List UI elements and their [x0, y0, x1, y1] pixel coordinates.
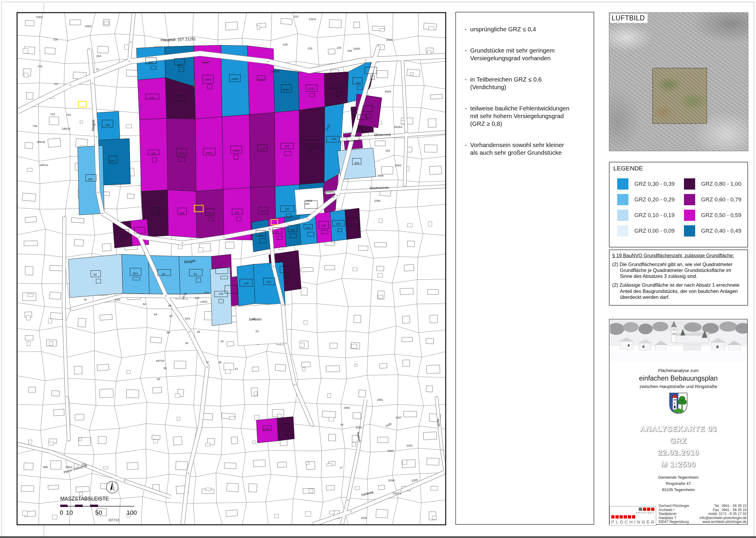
building-footprint [99, 389, 113, 398]
mesh-parcel [421, 61, 446, 89]
building-footprint [358, 246, 368, 251]
survey-point [347, 499, 349, 501]
parcel-number: 2394 [374, 199, 380, 202]
building-footprint [275, 364, 286, 371]
scale-bar-tick-label: 0 [60, 509, 63, 516]
parcel-number: 19 [340, 423, 344, 426]
mesh-parcel [17, 329, 42, 352]
parcel-number: 209/2 [257, 78, 265, 81]
building-footprint [97, 364, 109, 371]
legend-label: GRZ 0,30 - 0,39 [634, 181, 675, 187]
parcel-number: 78 [83, 298, 87, 301]
parcel-number: 159 [354, 161, 359, 164]
building-footprint [224, 363, 234, 370]
building-footprint [50, 312, 63, 320]
survey-point [124, 480, 125, 482]
legend-item: GRZ 0,40 - 0,49 [684, 225, 741, 237]
mesh-parcel [165, 13, 193, 40]
parcel-number: 182 [331, 137, 336, 140]
parcel-number: 146/3 [200, 300, 207, 303]
parcel-number: 2429 [355, 426, 362, 429]
building-footprint [127, 194, 135, 199]
analysis-bullet-list: -ursprüngliche GRZ ≤ 0,4-Grundstücke mit… [465, 26, 586, 156]
parcel-number: 185 [180, 211, 184, 215]
building-footprint [329, 20, 341, 28]
parcel-number: 230 [337, 46, 341, 49]
building-footprint [429, 27, 434, 30]
building-footprint [429, 166, 442, 175]
building-footprint [424, 145, 437, 152]
parcel-number: 143 [194, 296, 199, 299]
building-footprint [353, 22, 360, 28]
parcel-number: 208/3 [232, 78, 239, 81]
building-footprint [302, 368, 305, 371]
parcel-number: 2908 [377, 174, 383, 177]
building-footprint [26, 92, 33, 99]
building-footprint [53, 409, 64, 416]
mesh-parcel [393, 85, 424, 108]
parcel-number: 233 [294, 15, 298, 18]
building-footprint [428, 222, 432, 226]
grz-parcel-c30 [237, 264, 255, 306]
building-footprint [127, 390, 139, 398]
building-footprint [22, 193, 36, 201]
parcel-number: 129 [258, 233, 263, 236]
survey-point [92, 83, 93, 84]
legend-item: GRZ 0,60 - 0,79 [684, 194, 741, 205]
building-footprint [248, 484, 257, 492]
parcel-number: 184 [260, 147, 265, 151]
building-footprint [150, 337, 162, 343]
building-footprint [198, 248, 203, 252]
building-footprint [376, 510, 388, 518]
parcel-number: 198/3 [205, 151, 213, 154]
title-block: Flächenanalyse zum einfachen Bebauungspl… [609, 319, 748, 525]
parcel-number: 190/12 [39, 163, 48, 167]
parcel-number: 28 [197, 330, 200, 333]
building-footprint [326, 485, 334, 490]
building-footprint [402, 337, 412, 342]
parcel-number: 161 [385, 149, 390, 152]
building-footprint [328, 49, 335, 54]
law-paragraph: (2) Zulässige Grundfläche ist der nach A… [612, 282, 744, 300]
building-footprint [28, 440, 32, 444]
building-footprint [23, 49, 28, 53]
building-footprint [329, 417, 334, 421]
grz-parcel-c50 [315, 212, 332, 243]
parcel-number: 3060/7 [201, 61, 210, 64]
survey-point [223, 237, 224, 238]
building-footprint [205, 488, 211, 491]
logo-ploechinger-text: PLÖCHINGER [611, 520, 656, 524]
parcel-number: 208/2 [204, 78, 211, 81]
survey-point [182, 242, 183, 243]
aerial-photo-focus-area [652, 68, 707, 124]
building-footprint [305, 512, 311, 516]
building-footprint [358, 390, 366, 397]
parcel-number: 214 [356, 81, 360, 84]
survey-point [337, 195, 338, 196]
law-paragraph: (2) Die Grundflächenzahl gibt an, wie vi… [612, 261, 744, 279]
building-footprint [325, 265, 335, 270]
parcel-number: 86 [167, 331, 170, 334]
building-footprint [48, 485, 59, 490]
architect-logo: ARCHITEKT PLÖCHINGER [610, 506, 656, 526]
building-footprint [330, 343, 337, 349]
building-footprint [379, 28, 384, 31]
building-footprint [378, 295, 383, 298]
survey-point [88, 48, 90, 49]
building-footprint [231, 437, 238, 444]
law-excerpt: § 19 BauNVO Grundflächenzahl, zulässige … [609, 249, 748, 306]
survey-point [273, 266, 274, 267]
building-footprint [225, 242, 234, 248]
building-footprint [375, 141, 385, 146]
mesh-parcel [115, 13, 144, 36]
parcel-number: 2337/1 [393, 492, 401, 495]
scale-bar-tick-label: 100 [127, 509, 137, 516]
building-footprint [79, 438, 82, 441]
sheet-title-line: M 1:2500 [610, 458, 747, 470]
mesh-parcel [165, 404, 197, 428]
survey-point [350, 511, 351, 512]
legend-label: GRZ 0,20 - 0,29 [634, 196, 675, 203]
building-footprint [127, 462, 138, 470]
mesh-parcel [193, 473, 217, 504]
scale-bar-tick-label: 10 [66, 509, 73, 516]
